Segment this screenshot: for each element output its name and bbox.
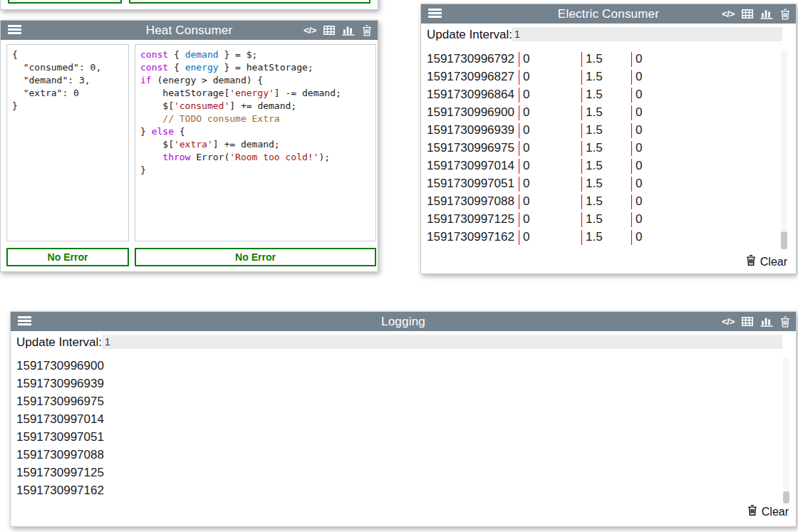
logging-panel: Logging </> Update Interval: 15917309969… — [10, 311, 797, 527]
clear-label: Clear — [760, 256, 787, 268]
state-status-button[interactable]: No Error — [6, 248, 129, 266]
log-entry: 1591730997014 — [11, 410, 782, 428]
table-view-icon[interactable] — [742, 317, 753, 326]
clear-label: Clear — [762, 506, 789, 518]
code-line: const { demand } = $; — [140, 48, 370, 61]
electric-consumer-panel: Electric Consumer </> Update Interval: 1… — [420, 4, 797, 274]
code-view-icon[interactable]: </> — [722, 9, 735, 19]
bar-chart-icon[interactable] — [760, 316, 773, 327]
table-row: 159173099697501.50 — [421, 140, 781, 157]
scrollbar-thumb[interactable] — [781, 231, 787, 249]
status-button-left[interactable]: No Error — [8, 0, 122, 4]
table-row: 159173099708801.50 — [421, 193, 781, 211]
log-entry: 1591730997125 — [11, 464, 782, 481]
table-cell: 0 — [519, 212, 581, 227]
table-cell: 1591730996864 — [423, 88, 514, 103]
log-entry: 1591730996900 — [11, 357, 782, 375]
table-cell: 0 — [631, 88, 717, 103]
update-interval-input[interactable] — [102, 335, 782, 349]
trash-icon[interactable] — [780, 9, 790, 20]
code-line: if (energy > demand) { — [140, 74, 370, 87]
table-cell: 1591730997125 — [423, 212, 514, 227]
table-view-icon[interactable] — [742, 9, 753, 19]
update-interval-input[interactable] — [512, 27, 782, 41]
log-entry: 1591730997088 — [11, 446, 782, 464]
logging-list[interactable]: 1591730996900159173099693915917309969751… — [11, 357, 782, 504]
code-line: $['extra'] += demand; — [140, 138, 370, 151]
code-line: $['consumed'] += demand; — [140, 100, 370, 113]
table-cell: 1591730997014 — [423, 159, 514, 174]
table-cell: 1.5 — [581, 159, 631, 174]
table-cell: 1591730997088 — [423, 194, 514, 209]
code-status-button[interactable]: No Error — [135, 248, 376, 266]
log-entry: 1591730997162 — [11, 481, 782, 499]
table-cell: 0 — [519, 230, 581, 245]
table-cell: 1591730996827 — [423, 70, 514, 85]
heat-consumer-panel: Heat Consumer </> { "consumed": 0, "dema… — [0, 20, 378, 272]
trash-icon[interactable] — [780, 316, 790, 328]
table-cell: 0 — [631, 70, 717, 85]
log-entry: 1591730996939 — [11, 375, 782, 392]
table-cell: 1591730996900 — [423, 105, 514, 120]
table-cell: 0 — [631, 212, 717, 227]
table-cell: 1.5 — [581, 194, 631, 209]
table-cell: 0 — [631, 141, 717, 156]
table-row: 159173099705101.50 — [421, 175, 781, 193]
table-cell: 0 — [519, 52, 581, 67]
table-cell: 0 — [519, 194, 581, 209]
table-cell: 1.5 — [581, 177, 631, 192]
table-cell: 0 — [631, 123, 717, 138]
table-row: 159173099716201.50 — [421, 229, 781, 246]
clear-button[interactable]: Clear — [746, 254, 787, 269]
code-line: const { energy } = heatStorage; — [140, 61, 370, 74]
scrollbar-thumb[interactable] — [783, 491, 789, 504]
state-json-editor[interactable]: { "consumed": 0, "demand": 3, "extra": 0… — [6, 44, 129, 241]
clear-button[interactable]: Clear — [747, 504, 789, 519]
table-cell: 1.5 — [581, 52, 631, 67]
table-row: 159173099701401.50 — [421, 157, 781, 175]
table-cell: 0 — [519, 141, 581, 156]
code-line: heatStorage['energy'] -= demand; — [140, 87, 370, 100]
code-line: } else { — [140, 125, 370, 138]
code-view-icon[interactable]: </> — [304, 25, 316, 36]
trash-icon — [747, 504, 757, 519]
trash-icon[interactable] — [362, 25, 372, 36]
update-interval-label: Update Interval: — [427, 28, 512, 42]
bar-chart-icon[interactable] — [342, 25, 355, 36]
scrollbar-track — [783, 358, 789, 504]
table-view-icon[interactable] — [323, 26, 335, 35]
code-line: } — [140, 164, 370, 177]
logging-header: Logging </> — [11, 312, 796, 331]
table-cell: 0 — [631, 159, 717, 174]
table-row: 159173099682701.50 — [421, 68, 781, 86]
log-entry: 1591730996975 — [11, 392, 782, 410]
table-cell: 0 — [631, 105, 717, 120]
table-cell: 0 — [519, 177, 581, 192]
table-cell: 1.5 — [581, 212, 631, 227]
table-cell: 1.5 — [581, 141, 631, 156]
panel-title: Logging — [11, 315, 796, 329]
table-cell: 1.5 — [581, 88, 631, 103]
table-cell: 0 — [519, 70, 581, 85]
table-cell: 1591730997051 — [423, 177, 514, 192]
table-cell: 1.5 — [581, 70, 631, 85]
electric-log-table[interactable]: 159173099679201.50159173099682701.501591… — [421, 51, 781, 247]
table-cell: 0 — [519, 123, 581, 138]
table-cell: 1591730997162 — [423, 230, 514, 245]
code-editor-content[interactable]: const { demand } = $;const { energy } = … — [135, 44, 376, 241]
table-cell: 1.5 — [581, 123, 631, 138]
table-cell: 0 — [519, 88, 581, 103]
table-cell: 0 — [631, 177, 717, 192]
table-cell: 0 — [631, 194, 717, 209]
code-line: // TODO consume Extra — [140, 113, 370, 125]
table-row: 159173099679201.50 — [421, 51, 781, 68]
electric-consumer-header: Electric Consumer </> — [421, 4, 796, 24]
table-cell: 1591730996975 — [423, 141, 514, 156]
bar-chart-icon[interactable] — [760, 9, 773, 19]
partial-panel: No Error No Error — [0, 0, 378, 10]
trash-icon — [746, 254, 756, 269]
status-button-right[interactable]: No Error — [129, 0, 370, 4]
scrollbar-track — [781, 51, 787, 250]
heat-consumer-header: Heat Consumer </> — [1, 21, 378, 40]
code-view-icon[interactable]: </> — [722, 316, 735, 327]
